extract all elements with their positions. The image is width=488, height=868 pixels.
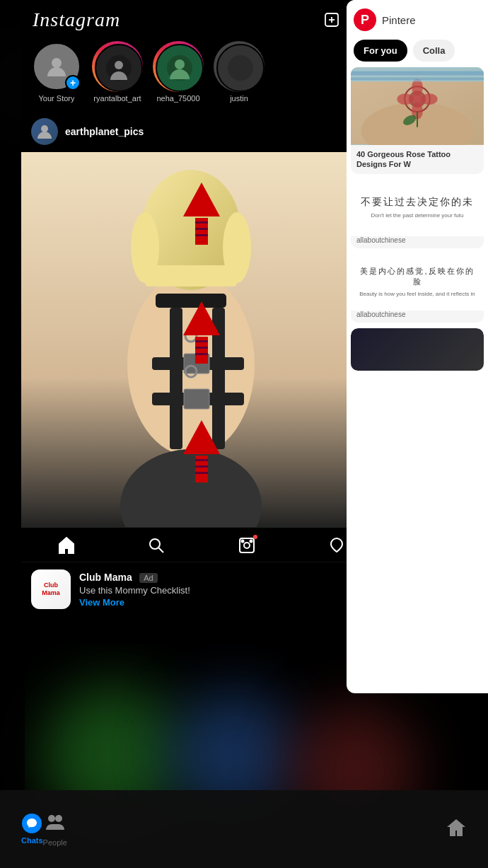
story-label-your-story: Your Story — [39, 94, 75, 103]
ad-section: Club Mama Club Mama Ad Use this Mommy Ch… — [21, 562, 382, 616]
tab-for-you[interactable]: For you — [354, 40, 407, 62]
tattoo-card-image — [351, 67, 484, 145]
tattoo-card-title: 40 Gorgeous Rose Tattoo Designs For W — [351, 145, 484, 174]
arrow-up-3 — [183, 420, 220, 482]
ad-view-more-link[interactable]: View More — [79, 597, 372, 608]
dock-chats[interactable]: Chats — [21, 814, 43, 845]
ad-logo: Club Mama — [31, 569, 71, 609]
nav-reels-icon[interactable] — [238, 536, 256, 555]
svg-point-33 — [241, 540, 243, 543]
post-username: earthplanet_pics — [65, 126, 353, 137]
svg-point-32 — [244, 543, 250, 548]
nav-home-icon[interactable] — [57, 536, 76, 555]
people-icon — [45, 811, 66, 835]
pinterest-card-dark[interactable] — [351, 328, 484, 371]
story-item-ryantalbot[interactable]: ryantalbot_art — [92, 42, 143, 103]
svg-point-43 — [421, 93, 438, 105]
svg-point-39 — [412, 94, 422, 104]
pinterest-card-tattoo[interactable]: 40 Gorgeous Rose Tattoo Designs For W — [351, 67, 484, 174]
svg-line-30 — [158, 548, 163, 552]
story-item-your-story[interactable]: + Your Story — [31, 42, 82, 103]
svg-point-50 — [55, 815, 62, 822]
neha-avatar — [156, 44, 204, 92]
ryantalbot-avatar — [95, 44, 143, 92]
post-image — [21, 152, 382, 527]
svg-point-49 — [48, 815, 55, 822]
pinterest-grid: 40 Gorgeous Rose Tattoo Designs For W 不要… — [347, 67, 488, 371]
instagram-app: Instagram — [21, 0, 382, 644]
ryantalbot-avatar-wrapper — [93, 42, 141, 91]
home-icon — [446, 817, 467, 841]
justin-avatar-wrapper — [215, 42, 263, 91]
svg-point-5 — [115, 61, 123, 69]
story-item-neha[interactable]: neha_75000 — [153, 42, 204, 103]
chinese2-card-user: allaboutchinese — [351, 311, 484, 323]
neha-avatar-wrapper — [154, 42, 202, 91]
justin-avatar — [216, 44, 265, 92]
chinese1-main-text: 不要让过去决定你的未 — [361, 196, 474, 209]
chinese2-sub-text: Beauty is how you feel inside, and it re… — [359, 290, 475, 298]
ad-name: Club Mama — [79, 572, 132, 583]
tab-collage[interactable]: Colla — [413, 40, 455, 62]
dark-card-image — [351, 328, 484, 371]
ad-text: Club Mama Ad Use this Mommy Checklist! V… — [79, 571, 372, 608]
pinterest-app-name: Pintere — [382, 14, 416, 26]
story-label-ryantalbot: ryantalbot_art — [93, 94, 141, 103]
pinterest-card-chinese1[interactable]: 不要让过去决定你的未 Don't let the past determine … — [351, 180, 484, 248]
chinese1-card-user: allaboutchinese — [351, 236, 484, 248]
ad-name-row: Club Mama Ad — [79, 571, 372, 584]
people-label: People — [43, 838, 67, 847]
pinterest-logo[interactable]: P — [354, 8, 376, 31]
svg-point-29 — [150, 539, 160, 549]
pinterest-header: P Pintere — [347, 0, 488, 40]
post-header: earthplanet_pics ··· — [21, 111, 382, 152]
arrow-up-1 — [183, 183, 220, 245]
nav-search-icon[interactable] — [147, 536, 165, 555]
svg-point-34 — [250, 540, 252, 543]
pinterest-card-chinese2[interactable]: 美是内心的感觉,反映在你的脸 Beauty is how you feel in… — [351, 254, 484, 323]
svg-rect-48 — [351, 77, 484, 80]
ig-header: Instagram — [21, 0, 382, 37]
svg-point-9 — [41, 125, 48, 132]
add-story-button[interactable]: + — [65, 75, 81, 91]
pinterest-overlay: P Pintere For you Colla — [347, 0, 488, 693]
ad-description: Use this Mommy Checklist! — [79, 585, 372, 596]
svg-point-7 — [175, 59, 185, 69]
chinese1-card-image: 不要让过去决定你的未 Don't let the past determine … — [351, 180, 484, 236]
chinese1-sub-text: Don't let the past determine your futu — [371, 212, 464, 219]
chinese2-main-text: 美是内心的感觉,反映在你的脸 — [356, 266, 478, 287]
story-label-justin: justin — [230, 94, 248, 103]
ios-bottom-dock: Chats People — [0, 790, 488, 868]
story-item-justin[interactable]: justin — [214, 42, 265, 103]
pinterest-logo-text: P — [361, 13, 369, 28]
story-label-neha: neha_75000 — [156, 94, 199, 103]
chinese2-card-image: 美是内心的感觉,反映在你的脸 Beauty is how you feel in… — [351, 254, 484, 311]
svg-rect-47 — [351, 71, 484, 76]
ig-bottom-nav — [21, 527, 382, 562]
pinterest-tabs: For you Colla — [347, 40, 488, 62]
arrows-container — [21, 152, 382, 527]
nav-activity-icon[interactable] — [327, 536, 346, 555]
your-story-avatar-wrapper: + — [33, 42, 81, 91]
dock-home[interactable] — [446, 817, 467, 841]
svg-point-8 — [228, 55, 253, 81]
svg-point-42 — [397, 93, 414, 105]
chats-label: Chats — [21, 836, 43, 845]
svg-point-3 — [52, 58, 62, 68]
dock-people[interactable]: People — [43, 811, 67, 847]
ig-logo: Instagram — [33, 8, 120, 31]
ad-badge: Ad — [139, 573, 157, 583]
new-post-icon[interactable] — [323, 11, 341, 29]
chats-icon — [22, 814, 42, 833]
stories-row: + Your Story ryantalbot_art — [21, 37, 382, 111]
post-avatar[interactable] — [31, 118, 58, 145]
arrow-up-2 — [183, 301, 220, 364]
